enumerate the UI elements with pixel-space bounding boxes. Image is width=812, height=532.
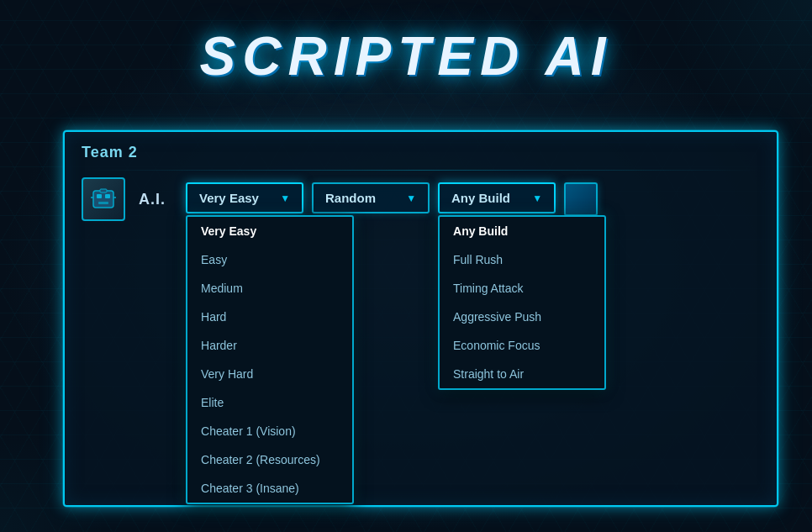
dropdowns-row: Very Easy ▼ Very Easy Easy Medium Hard H…: [186, 182, 598, 216]
ai-label: A.I.: [139, 191, 166, 208]
build-option-any[interactable]: Any Build: [440, 217, 604, 245]
build-dropdown[interactable]: Any Build ▼: [438, 182, 556, 213]
ai-row: A.I. Very Easy ▼ Very Easy Easy Medium H…: [65, 171, 777, 228]
difficulty-dropdown[interactable]: Very Easy ▼: [186, 182, 303, 213]
difficulty-option-easy[interactable]: Easy: [187, 245, 352, 274]
difficulty-dropdown-arrow: ▼: [280, 192, 290, 204]
difficulty-option-cheater3[interactable]: Cheater 3 (Insane): [187, 474, 352, 503]
race-selected-value: Random: [325, 191, 376, 205]
svg-rect-2: [105, 194, 110, 198]
race-dropdown[interactable]: Random ▼: [312, 182, 430, 213]
build-option-full-rush[interactable]: Full Rush: [440, 245, 604, 274]
difficulty-option-very-easy[interactable]: Very Easy: [187, 217, 352, 245]
difficulty-option-cheater2[interactable]: Cheater 2 (Resources): [187, 445, 352, 474]
difficulty-option-very-hard[interactable]: Very Hard: [187, 360, 352, 388]
scripted-ai-panel: Team 2 A.I. Very Easy ▼: [63, 130, 778, 507]
difficulty-selected-value: Very Easy: [199, 191, 259, 205]
svg-rect-1: [97, 194, 102, 198]
build-selected-value: Any Build: [451, 191, 510, 205]
difficulty-wrapper: Very Easy ▼ Very Easy Easy Medium Hard H…: [186, 182, 303, 213]
ai-avatar-icon: [88, 184, 119, 214]
difficulty-option-harder[interactable]: Harder: [187, 331, 352, 360]
team-label: Team 2: [65, 132, 777, 170]
ai-avatar: [82, 177, 125, 221]
difficulty-dropdown-menu: Very Easy Easy Medium Hard Harder Very H…: [186, 215, 354, 504]
build-dropdown-arrow: ▼: [532, 192, 542, 204]
build-option-straight-to-air[interactable]: Straight to Air: [440, 360, 604, 388]
difficulty-option-cheater1[interactable]: Cheater 1 (Vision): [187, 417, 352, 445]
build-option-timing-attack[interactable]: Timing Attack: [440, 274, 604, 303]
svg-rect-0: [93, 191, 113, 208]
svg-rect-4: [100, 189, 107, 192]
race-dropdown-arrow: ▼: [406, 192, 416, 204]
difficulty-option-medium[interactable]: Medium: [187, 274, 352, 303]
svg-rect-3: [98, 202, 108, 204]
build-option-economic-focus[interactable]: Economic Focus: [440, 331, 604, 360]
build-dropdown-menu: Any Build Full Rush Timing Attack Aggres…: [438, 215, 606, 390]
build-wrapper: Any Build ▼ Any Build Full Rush Timing A…: [438, 182, 556, 213]
difficulty-option-elite[interactable]: Elite: [187, 388, 352, 417]
difficulty-option-hard[interactable]: Hard: [187, 303, 352, 331]
ai-color-button[interactable]: [564, 182, 598, 216]
build-option-aggressive-push[interactable]: Aggressive Push: [440, 303, 604, 331]
page-title: SCRIPTED AI: [0, 25, 812, 87]
